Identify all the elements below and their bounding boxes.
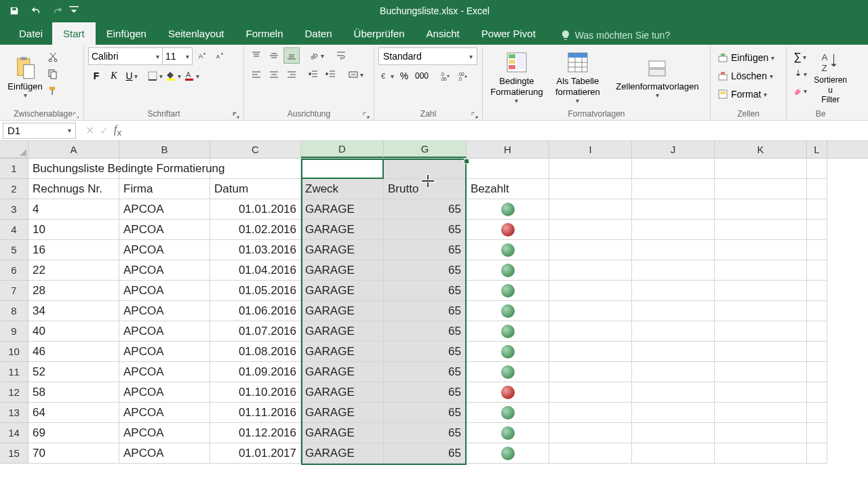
- cell[interactable]: [632, 281, 715, 301]
- cell[interactable]: 65: [384, 240, 467, 260]
- paste-button[interactable]: Einfügen ▾: [7, 47, 43, 107]
- increase-decimal-button[interactable]: .0.00: [437, 68, 453, 84]
- cell[interactable]: 65: [384, 281, 467, 301]
- undo-button[interactable]: [26, 2, 46, 20]
- cell[interactable]: APCOA: [119, 443, 210, 464]
- cell[interactable]: [384, 159, 467, 179]
- tab-insert[interactable]: Einfügen: [96, 22, 157, 45]
- tab-data[interactable]: Daten: [294, 22, 343, 45]
- cell[interactable]: 01.04.2016: [210, 260, 301, 281]
- font-size-select[interactable]: 11▾: [163, 47, 193, 65]
- cell[interactable]: APCOA: [119, 301, 210, 321]
- cell[interactable]: [632, 199, 715, 220]
- row-header[interactable]: 14: [0, 423, 28, 443]
- cell[interactable]: [715, 159, 807, 179]
- cell[interactable]: [549, 179, 632, 199]
- cell[interactable]: 46: [28, 342, 119, 362]
- cell[interactable]: 65: [384, 199, 467, 220]
- cell[interactable]: 65: [384, 260, 467, 281]
- formula-input[interactable]: [128, 123, 868, 139]
- cell[interactable]: APCOA: [119, 403, 210, 423]
- row-header[interactable]: 2: [0, 179, 28, 199]
- cell[interactable]: 65: [384, 382, 467, 403]
- cell[interactable]: [632, 443, 715, 464]
- cell[interactable]: GARAGE: [301, 423, 384, 443]
- cell[interactable]: [467, 220, 549, 240]
- cell[interactable]: GARAGE: [301, 199, 384, 220]
- cell[interactable]: 01.06.2016: [210, 301, 301, 321]
- percent-format-button[interactable]: %: [396, 68, 412, 84]
- cell[interactable]: [549, 321, 632, 342]
- tell-me-search[interactable]: Was möchten Sie tun?: [553, 26, 677, 45]
- cell[interactable]: [467, 342, 549, 362]
- cell[interactable]: [807, 423, 827, 443]
- bold-button[interactable]: F: [88, 68, 104, 84]
- cell[interactable]: [807, 301, 827, 321]
- row-header[interactable]: 8: [0, 301, 28, 321]
- cell[interactable]: 01.02.2016: [210, 220, 301, 240]
- cell[interactable]: [807, 199, 827, 220]
- col-header-J[interactable]: J: [632, 141, 715, 158]
- number-format-select[interactable]: Standard▾: [378, 47, 477, 65]
- cell[interactable]: GARAGE: [301, 301, 384, 321]
- cell[interactable]: [715, 443, 807, 464]
- cell[interactable]: [549, 240, 632, 260]
- tab-start[interactable]: Start: [52, 22, 96, 45]
- cell[interactable]: [715, 281, 807, 301]
- cell[interactable]: [715, 382, 807, 403]
- selection-handle[interactable]: [464, 159, 469, 164]
- tab-view[interactable]: Ansicht: [416, 22, 471, 45]
- number-launcher[interactable]: [471, 109, 481, 119]
- row-header[interactable]: 15: [0, 443, 28, 464]
- cell[interactable]: 01.11.2016: [210, 403, 301, 423]
- select-all-corner[interactable]: [0, 141, 28, 158]
- cell[interactable]: [632, 362, 715, 382]
- cell[interactable]: GARAGE: [301, 240, 384, 260]
- cell[interactable]: [807, 321, 827, 342]
- underline-button[interactable]: U▾: [123, 68, 140, 84]
- redo-button[interactable]: [47, 2, 68, 20]
- name-box[interactable]: D1▾: [3, 123, 76, 139]
- cell[interactable]: GARAGE: [301, 260, 384, 281]
- cell[interactable]: [632, 159, 715, 179]
- format-painter-button[interactable]: [45, 83, 61, 99]
- cell[interactable]: [549, 281, 632, 301]
- cell[interactable]: 4: [28, 199, 119, 220]
- cell[interactable]: 58: [28, 382, 119, 403]
- comma-format-button[interactable]: 000: [414, 68, 430, 84]
- cell[interactable]: [715, 403, 807, 423]
- decrease-font-button[interactable]: A: [212, 47, 228, 64]
- italic-button[interactable]: K: [106, 68, 122, 84]
- row-header[interactable]: 4: [0, 220, 28, 240]
- cell[interactable]: 01.01.2017: [210, 443, 301, 464]
- fill-color-button[interactable]: ▾: [165, 68, 182, 84]
- cell[interactable]: 40: [28, 321, 119, 342]
- save-button[interactable]: [4, 2, 24, 20]
- cell[interactable]: APCOA: [119, 199, 210, 220]
- col-header-D[interactable]: D: [301, 141, 384, 158]
- row-header[interactable]: 1: [0, 159, 28, 179]
- cell[interactable]: APCOA: [119, 342, 210, 362]
- cell[interactable]: [549, 342, 632, 362]
- cell[interactable]: 52: [28, 362, 119, 382]
- cell[interactable]: [467, 240, 549, 260]
- decrease-indent-button[interactable]: [305, 66, 321, 83]
- cell[interactable]: [549, 382, 632, 403]
- align-middle-button[interactable]: [266, 47, 282, 64]
- orientation-button[interactable]: ab▾: [308, 47, 325, 64]
- cell[interactable]: [807, 443, 827, 464]
- cell[interactable]: [549, 443, 632, 464]
- cell[interactable]: GARAGE: [301, 362, 384, 382]
- cell[interactable]: [549, 260, 632, 281]
- cell[interactable]: 65: [384, 301, 467, 321]
- tab-powerpivot[interactable]: Power Pivot: [471, 22, 547, 45]
- row-header[interactable]: 9: [0, 321, 28, 342]
- cell[interactable]: [715, 362, 807, 382]
- cell[interactable]: 65: [384, 362, 467, 382]
- cell[interactable]: [715, 321, 807, 342]
- align-launcher[interactable]: [363, 109, 372, 119]
- delete-cells-button[interactable]: Löschen▾: [715, 67, 782, 85]
- cell[interactable]: APCOA: [119, 281, 210, 301]
- cell[interactable]: [715, 423, 807, 443]
- cell[interactable]: [807, 382, 827, 403]
